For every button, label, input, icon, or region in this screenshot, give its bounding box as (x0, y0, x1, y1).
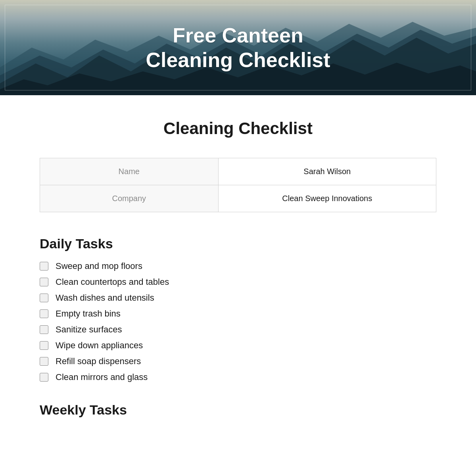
list-item: Empty trash bins (40, 309, 436, 319)
daily-tasks-list: Sweep and mop floors Clean countertops a… (40, 261, 436, 382)
info-table: Name Sarah Wilson Company Clean Sweep In… (40, 158, 436, 212)
task-label: Clean countertops and tables (56, 277, 169, 287)
hero-title: Free Canteen Cleaning Checklist (146, 23, 330, 73)
task-label: Refill soap dispensers (56, 356, 141, 367)
daily-tasks-heading: Daily Tasks (40, 236, 436, 251)
task-label: Wash dishes and utensils (56, 293, 154, 303)
checkbox-icon[interactable] (40, 341, 48, 350)
task-label: Clean mirrors and glass (56, 372, 148, 382)
weekly-tasks-heading: Weekly Tasks (40, 402, 436, 418)
task-label: Wipe down appliances (56, 340, 143, 351)
hero-banner: Free Canteen Cleaning Checklist (0, 0, 476, 95)
list-item: Wipe down appliances (40, 340, 436, 351)
checkbox-icon[interactable] (40, 373, 48, 382)
task-label: Sweep and mop floors (56, 261, 142, 271)
checkbox-icon[interactable] (40, 325, 48, 334)
table-row: Company Clean Sweep Innovations (40, 185, 436, 212)
table-label: Name (40, 158, 219, 185)
task-label: Sanitize surfaces (56, 324, 122, 335)
checkbox-icon[interactable] (40, 278, 48, 286)
task-label: Empty trash bins (56, 309, 121, 319)
table-value: Sarah Wilson (218, 158, 436, 185)
main-content: Cleaning Checklist Name Sarah Wilson Com… (0, 95, 476, 451)
checkbox-icon[interactable] (40, 357, 48, 366)
list-item: Refill soap dispensers (40, 356, 436, 367)
list-item: Clean countertops and tables (40, 277, 436, 287)
list-item: Wash dishes and utensils (40, 293, 436, 303)
page-title: Cleaning Checklist (40, 119, 436, 138)
list-item: Sanitize surfaces (40, 324, 436, 335)
list-item: Clean mirrors and glass (40, 372, 436, 382)
list-item: Sweep and mop floors (40, 261, 436, 271)
table-row: Name Sarah Wilson (40, 158, 436, 185)
table-label: Company (40, 185, 219, 212)
checkbox-icon[interactable] (40, 309, 48, 318)
checkbox-icon[interactable] (40, 294, 48, 302)
checkbox-icon[interactable] (40, 262, 48, 271)
table-value: Clean Sweep Innovations (218, 185, 436, 212)
